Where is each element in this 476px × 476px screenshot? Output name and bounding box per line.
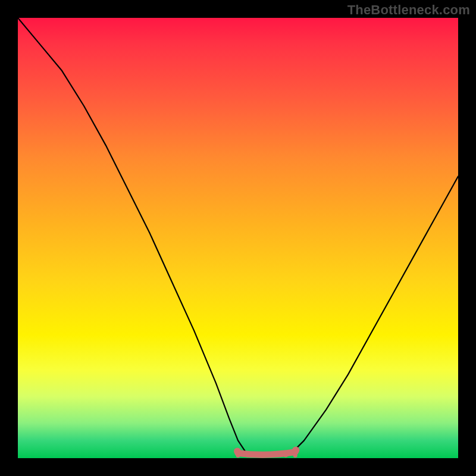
valley-highlight-end: [292, 447, 299, 454]
chart-container: TheBottleneck.com: [0, 0, 476, 476]
valley-highlight-dot: [293, 453, 298, 458]
valley-highlight-dot: [255, 452, 260, 458]
valley-highlight-dot: [264, 452, 270, 457]
valley-highlight-dot: [283, 453, 288, 458]
valley-highlight: [238, 452, 295, 455]
bottleneck-curve: [18, 18, 458, 456]
curve-svg: [18, 18, 458, 458]
plot-area: [18, 18, 458, 458]
valley-highlight-dot: [245, 453, 250, 458]
watermark-text: TheBottleneck.com: [347, 2, 470, 18]
valley-highlight-end: [234, 448, 241, 455]
valley-highlight-dot: [236, 453, 240, 458]
valley-highlight-dot: [274, 452, 279, 458]
